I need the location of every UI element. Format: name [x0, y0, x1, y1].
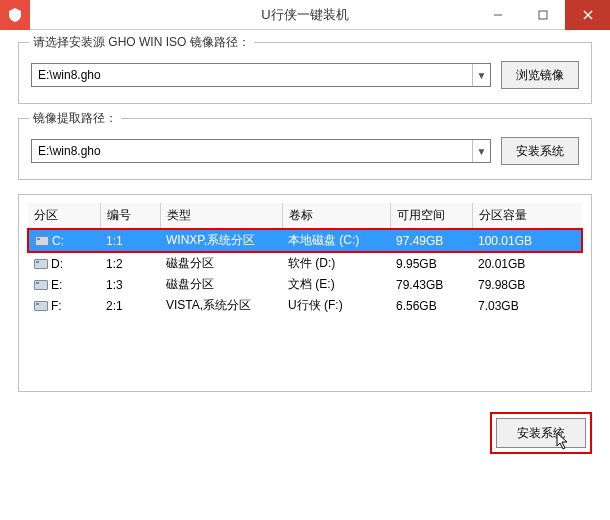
chevron-down-icon: ▼: [472, 64, 490, 86]
window-controls: [475, 0, 610, 30]
drive-icon: [34, 280, 48, 290]
col-type: 类型: [160, 203, 282, 229]
cell-type: 磁盘分区: [160, 274, 282, 295]
close-icon: [583, 10, 593, 20]
cell-type: VISTA,系统分区: [160, 295, 282, 316]
cell-partition: D:: [28, 252, 100, 274]
cell-id: 1:3: [100, 274, 160, 295]
dest-legend: 镜像提取路径：: [29, 110, 121, 127]
source-path-combo[interactable]: E:\win8.gho ▼: [31, 63, 491, 87]
table-row[interactable]: E:1:3磁盘分区文档 (E:)79.43GB79.98GB: [28, 274, 582, 295]
svg-rect-1: [539, 11, 547, 19]
cell-partition: C:: [28, 229, 100, 252]
col-id: 编号: [100, 203, 160, 229]
minimize-button[interactable]: [475, 0, 520, 30]
col-partition: 分区: [28, 203, 100, 229]
install-system-button[interactable]: 安装系统: [501, 137, 579, 165]
maximize-icon: [538, 10, 548, 20]
chevron-down-icon: ▼: [472, 140, 490, 162]
maximize-button[interactable]: [520, 0, 565, 30]
table-row[interactable]: D:1:2磁盘分区软件 (D:)9.95GB20.01GB: [28, 252, 582, 274]
drive-icon: [35, 236, 49, 246]
cell-free: 97.49GB: [390, 229, 472, 252]
dest-path-value: E:\win8.gho: [32, 144, 472, 158]
minimize-icon: [493, 10, 503, 20]
source-legend: 请选择安装源 GHO WIN ISO 镜像路径：: [29, 34, 254, 51]
content-area: 请选择安装源 GHO WIN ISO 镜像路径： E:\win8.gho ▼ 浏…: [0, 30, 610, 404]
dest-path-combo[interactable]: E:\win8.gho ▼: [31, 139, 491, 163]
titlebar: U行侠一键装机: [0, 0, 610, 30]
cell-total: 100.01GB: [472, 229, 582, 252]
install-system-footer-button[interactable]: 安装系统: [496, 418, 586, 448]
cell-free: 9.95GB: [390, 252, 472, 274]
cell-id: 1:1: [100, 229, 160, 252]
cell-label: 软件 (D:): [282, 252, 390, 274]
table-row[interactable]: C:1:1WINXP,系统分区本地磁盘 (C:)97.49GB100.01GB: [28, 229, 582, 252]
cell-total: 20.01GB: [472, 252, 582, 274]
cell-label: 本地磁盘 (C:): [282, 229, 390, 252]
cell-label: 文档 (E:): [282, 274, 390, 295]
cell-label: U行侠 (F:): [282, 295, 390, 316]
partition-table-wrap: 分区 编号 类型 卷标 可用空间 分区容量 C:1:1WINXP,系统分区本地磁…: [18, 194, 592, 392]
cell-id: 2:1: [100, 295, 160, 316]
table-row[interactable]: F:2:1VISTA,系统分区U行侠 (F:)6.56GB7.03GB: [28, 295, 582, 316]
partition-table[interactable]: 分区 编号 类型 卷标 可用空间 分区容量 C:1:1WINXP,系统分区本地磁…: [27, 203, 583, 316]
cell-free: 79.43GB: [390, 274, 472, 295]
source-group: 请选择安装源 GHO WIN ISO 镜像路径： E:\win8.gho ▼ 浏…: [18, 42, 592, 104]
browse-image-button[interactable]: 浏览镜像: [501, 61, 579, 89]
window-title: U行侠一键装机: [261, 6, 348, 24]
app-logo: [0, 0, 30, 30]
cell-total: 7.03GB: [472, 295, 582, 316]
source-path-value: E:\win8.gho: [32, 68, 472, 82]
col-total: 分区容量: [472, 203, 582, 229]
footer: 安装系统: [0, 404, 610, 454]
install-highlight: 安装系统: [490, 412, 592, 454]
cell-partition: F:: [28, 295, 100, 316]
col-free: 可用空间: [390, 203, 472, 229]
cell-partition: E:: [28, 274, 100, 295]
cell-type: 磁盘分区: [160, 252, 282, 274]
cell-free: 6.56GB: [390, 295, 472, 316]
table-header-row: 分区 编号 类型 卷标 可用空间 分区容量: [28, 203, 582, 229]
dest-group: 镜像提取路径： E:\win8.gho ▼ 安装系统: [18, 118, 592, 180]
col-label: 卷标: [282, 203, 390, 229]
drive-icon: [34, 259, 48, 269]
close-button[interactable]: [565, 0, 610, 30]
drive-icon: [34, 301, 48, 311]
cell-id: 1:2: [100, 252, 160, 274]
cell-type: WINXP,系统分区: [160, 229, 282, 252]
cell-total: 79.98GB: [472, 274, 582, 295]
